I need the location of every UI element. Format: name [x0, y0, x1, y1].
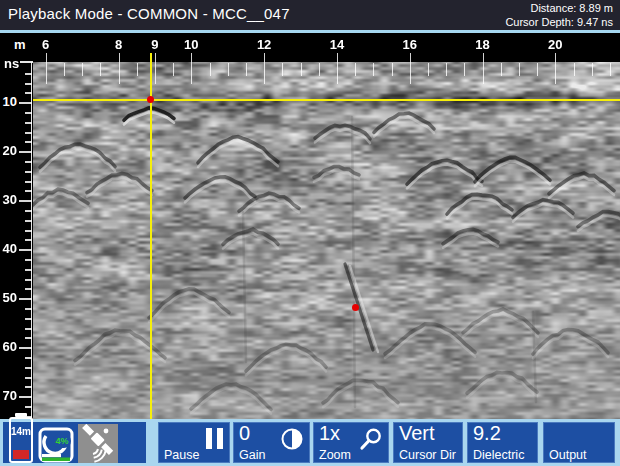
zoom-value: 1x [319, 422, 340, 445]
storage-icon: 4% [38, 426, 74, 463]
dielectric-button-label: Dielectric [473, 448, 524, 462]
top-ruler-tick [446, 63, 447, 76]
cursor-depth-readout: Cursor Depth: 9.47 ns [505, 15, 613, 29]
top-ruler-tick [137, 63, 138, 76]
top-ruler-label: 18 [472, 37, 494, 52]
top-ruler-tick [119, 53, 120, 84]
output-button-label: Output [549, 448, 587, 462]
cursor-dir-value: Vert [399, 422, 435, 445]
distance-readout: Distance: 8.89 m [505, 1, 613, 15]
dielectric-button[interactable]: 9.2 Dielectric [467, 422, 538, 463]
left-ruler-label: 70 [0, 388, 17, 403]
cursor-dir-button-label: Cursor Dir [399, 448, 456, 462]
top-ruler-label: 20 [544, 37, 566, 52]
left-ruler-label: 50 [0, 290, 17, 305]
gain-button-label: Gain [239, 448, 265, 462]
top-ruler-tick [610, 63, 611, 76]
left-ruler-label: 40 [0, 241, 17, 256]
top-ruler-tick [100, 63, 101, 76]
pause-button-label: Pause [164, 448, 199, 462]
top-ruler-label: 16 [399, 37, 421, 52]
pause-button[interactable]: Pause [158, 422, 230, 463]
top-ruler-tick [173, 63, 174, 76]
magnifier-icon [359, 428, 382, 455]
top-ruler-tick [483, 53, 484, 84]
battery-level-fill [13, 450, 29, 459]
top-ruler-tick [537, 63, 538, 76]
title-bar: Playback Mode - COMMON - MCC__047 Distan… [0, 0, 620, 30]
top-ruler-label: 8 [108, 37, 130, 52]
top-ruler-tick [464, 63, 465, 76]
cursor-dir-button[interactable]: Vert Cursor Dir [393, 422, 463, 463]
pause-icon [201, 428, 223, 453]
top-ruler-label: 14 [326, 37, 348, 52]
left-ruler-label: 60 [0, 339, 17, 354]
top-ruler-label: 10 [180, 37, 202, 52]
top-ruler-tick [555, 53, 556, 84]
left-ruler-unit: ns [4, 56, 19, 71]
top-ruler-tick [282, 63, 283, 76]
top-ruler-tick [592, 63, 593, 76]
dielectric-value: 9.2 [473, 422, 501, 445]
top-ruler-tick [228, 63, 229, 76]
output-button[interactable]: Output [543, 422, 615, 463]
top-ruler-tick [337, 53, 338, 84]
gain-value: 0 [239, 422, 250, 445]
zoom-button-label: Zoom [319, 448, 351, 462]
satellite-icon [78, 424, 118, 463]
top-ruler-tick [264, 53, 265, 84]
top-ruler-tick [246, 63, 247, 76]
top-ruler-tick [392, 63, 393, 76]
zoom-button[interactable]: 1x Zoom [313, 422, 389, 463]
bottom-toolbar: 14m 4% [0, 419, 620, 466]
top-ruler-tick [501, 63, 502, 76]
cursor-vertical-line[interactable] [150, 53, 152, 419]
top-ruler-tick [355, 63, 356, 76]
readout-block: Distance: 8.89 m Cursor Depth: 9.47 ns [505, 1, 613, 29]
battery-body: 14m [9, 417, 33, 463]
top-ruler-tick [574, 63, 575, 76]
satellite-glyph [78, 424, 118, 463]
radargram-image[interactable] [33, 62, 620, 419]
top-ruler-tick [428, 63, 429, 76]
cursor-horizontal-line[interactable] [33, 99, 620, 101]
page-title: Playback Mode - COMMON - MCC__047 [8, 5, 290, 22]
top-ruler-tick [64, 63, 65, 76]
top-ruler-tick [301, 63, 302, 76]
left-ruler-label: 30 [0, 192, 17, 207]
top-ruler-tick [82, 63, 83, 76]
top-ruler-tick [191, 53, 192, 84]
battery-time-label: 14m [11, 426, 31, 437]
top-ruler-label: 9 [144, 37, 166, 52]
storage-percent-label: 4% [53, 434, 71, 448]
battery-icon: 14m [9, 413, 33, 463]
gain-button[interactable]: 0 Gain [233, 422, 310, 463]
top-ruler-tick [155, 53, 156, 84]
left-ruler-label: 20 [0, 143, 17, 158]
top-ruler-tick [210, 63, 211, 76]
left-axis-line [31, 62, 32, 419]
top-ruler-label: 6 [35, 37, 57, 52]
top-ruler-tick [373, 63, 374, 76]
top-ruler-tick [319, 63, 320, 76]
left-ruler-label: 10 [0, 94, 17, 109]
top-ruler-tick [410, 53, 411, 84]
top-ruler-tick [46, 53, 47, 84]
target-marker[interactable] [352, 304, 359, 311]
top-ruler-unit: m [14, 37, 26, 52]
top-ruler-label: 12 [253, 37, 275, 52]
contrast-icon [281, 428, 303, 454]
status-icon-panel: 14m 4% [3, 422, 146, 463]
top-ruler-tick [519, 63, 520, 76]
